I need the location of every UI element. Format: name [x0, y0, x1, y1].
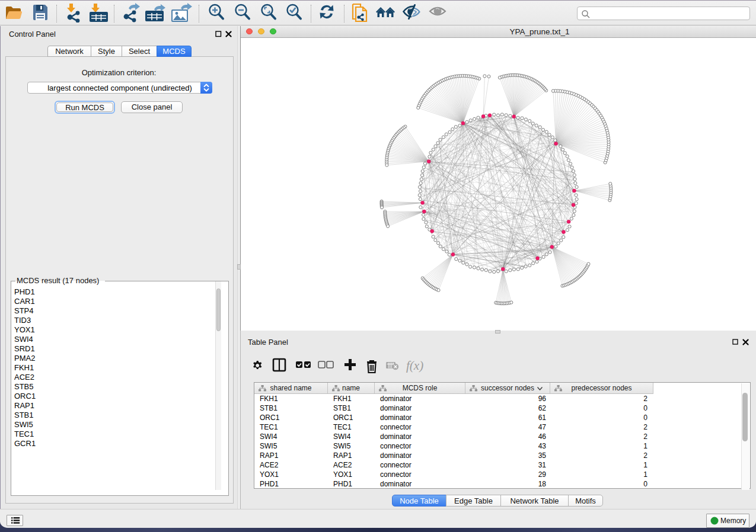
svg-text:f(x): f(x)	[406, 358, 423, 373]
